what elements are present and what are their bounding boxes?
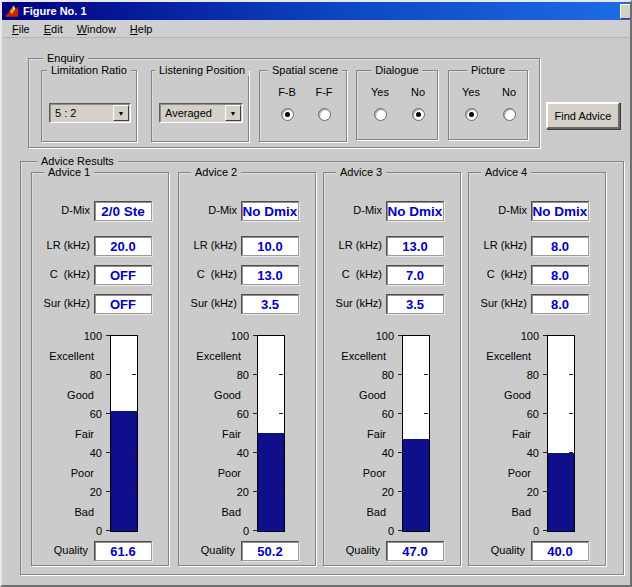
limitation-ratio-dropdown[interactable]: 5 : 2 ▼ — [49, 103, 131, 123]
spatial-scene-fb-label: F-B — [267, 86, 307, 98]
advice-panel-3: Advice 3 D-Mix No Dmix LR (kHz) 13.0 C (… — [323, 172, 461, 566]
gauge-tick-80: 80 — [368, 369, 394, 381]
gauge-tick-0: 0 — [513, 525, 539, 537]
tick-mark — [132, 452, 136, 453]
listening-position-dropdown[interactable]: Averaged ▼ — [159, 103, 243, 123]
tick-mark — [279, 491, 283, 492]
lr-value-box: 13.0 — [386, 236, 444, 256]
dmix-value-box: No Dmix — [241, 201, 299, 221]
sur-value: 3.5 — [406, 297, 424, 312]
gauge-tick-100: 100 — [513, 330, 539, 342]
lr-label: LR (kHz) — [179, 239, 237, 251]
listening-position-group: Listening Position Averaged ▼ — [151, 70, 249, 142]
menu-file[interactable]: File — [6, 22, 36, 36]
gauge-tick-20: 20 — [368, 486, 394, 498]
picture-no-label: No — [489, 86, 529, 98]
lr-value-box: 10.0 — [241, 236, 299, 256]
lr-value-box: 20.0 — [94, 236, 152, 256]
picture-no-radio[interactable] — [503, 108, 516, 121]
gauge-tick-80: 80 — [223, 369, 249, 381]
advice-4-title: Advice 4 — [481, 166, 531, 178]
gauge-tick-80: 80 — [513, 369, 539, 381]
menu-window[interactable]: Window — [71, 22, 122, 36]
gauge-tick-60: 60 — [513, 408, 539, 420]
c-value: 8.0 — [551, 268, 569, 283]
tick-mark — [279, 452, 283, 453]
sur-value-box: OFF — [94, 294, 152, 314]
gauge-rating-excellent: Excellent — [38, 350, 94, 362]
picture-option-yes: Yes — [451, 86, 491, 125]
c-value-box: OFF — [94, 265, 152, 285]
sur-label: Sur (kHz) — [469, 297, 527, 309]
chevron-down-icon[interactable]: ▼ — [113, 105, 129, 121]
lr-label: LR (kHz) — [32, 239, 90, 251]
figure-canvas: Enquiry Limitation Ratio 5 : 2 ▼ Listeni… — [2, 38, 630, 584]
quality-label: Quality — [179, 544, 235, 556]
gauge-tick-0: 0 — [223, 525, 249, 537]
quality-gauge-bar — [258, 433, 284, 531]
limitation-ratio-group: Limitation Ratio 5 : 2 ▼ — [41, 70, 137, 142]
gauge-rating-fair: Fair — [330, 428, 386, 440]
c-label: C (kHz) — [32, 268, 90, 280]
window-control-button[interactable] — [620, 4, 630, 19]
spatial-scene-fb-radio[interactable] — [281, 108, 294, 121]
dmix-label: D-Mix — [324, 204, 382, 216]
tick-mark — [424, 491, 428, 492]
quality-gauge — [547, 335, 575, 532]
dmix-label: D-Mix — [179, 204, 237, 216]
c-value: 7.0 — [406, 268, 424, 283]
dialogue-no-radio[interactable] — [412, 108, 425, 121]
sur-value: 3.5 — [261, 297, 279, 312]
gauge-tick-80: 80 — [76, 369, 102, 381]
quality-value: 50.2 — [257, 544, 282, 559]
gauge-rating-bad: Bad — [475, 506, 531, 518]
lr-label: LR (kHz) — [324, 239, 382, 251]
gauge-rating-poor: Poor — [38, 467, 94, 479]
gauge-rating-excellent: Excellent — [185, 350, 241, 362]
quality-label: Quality — [32, 544, 88, 556]
menu-edit[interactable]: Edit — [38, 22, 69, 36]
quality-gauge-bar — [403, 439, 429, 531]
title-bar[interactable]: Figure No. 1 — [2, 2, 630, 20]
sur-label: Sur (kHz) — [179, 297, 237, 309]
dmix-value-box: No Dmix — [531, 201, 589, 221]
sur-value-box: 3.5 — [241, 294, 299, 314]
gauge-tick-20: 20 — [513, 486, 539, 498]
picture-yes-radio[interactable] — [465, 108, 478, 121]
dialogue-option-no: No — [398, 86, 438, 125]
quality-value-box: 50.2 — [241, 541, 299, 561]
chevron-down-icon[interactable]: ▼ — [225, 105, 241, 121]
gauge-tick-40: 40 — [223, 447, 249, 459]
picture-yes-label: Yes — [451, 86, 491, 98]
dialogue-label: Dialogue — [371, 64, 422, 76]
dmix-value-box: 2/0 Ste — [94, 201, 152, 221]
spatial-scene-ff-radio[interactable] — [318, 108, 331, 121]
quality-value: 40.0 — [547, 544, 572, 559]
gauge-rating-bad: Bad — [185, 506, 241, 518]
advice-panel-2: Advice 2 D-Mix No Dmix LR (kHz) 10.0 C (… — [178, 172, 316, 566]
sur-label: Sur (kHz) — [32, 297, 90, 309]
menu-help[interactable]: Help — [124, 22, 159, 36]
tick-mark — [569, 413, 573, 414]
dialogue-yes-radio[interactable] — [374, 108, 387, 121]
gauge-rating-bad: Bad — [38, 506, 94, 518]
enquiry-group: Enquiry Limitation Ratio 5 : 2 ▼ Listeni… — [28, 58, 540, 148]
gauge-rating-fair: Fair — [185, 428, 241, 440]
matlab-icon — [5, 5, 19, 18]
tick-mark — [132, 374, 136, 375]
gauge-rating-good: Good — [330, 389, 386, 401]
gauge-tick-20: 20 — [76, 486, 102, 498]
picture-label: Picture — [467, 64, 509, 76]
enquiry-group-label: Enquiry — [43, 52, 88, 64]
quality-value-box: 61.6 — [94, 541, 152, 561]
quality-label: Quality — [324, 544, 380, 556]
sur-value-box: 3.5 — [386, 294, 444, 314]
dmix-value: No Dmix — [533, 204, 588, 219]
gauge-tick-40: 40 — [368, 447, 394, 459]
lr-value: 20.0 — [110, 239, 135, 254]
find-advice-button[interactable]: Find Advice — [546, 102, 620, 129]
gauge-rating-poor: Poor — [330, 467, 386, 479]
spatial-scene-label: Spatial scene — [268, 64, 342, 76]
c-label: C (kHz) — [324, 268, 382, 280]
sur-value: 8.0 — [551, 297, 569, 312]
